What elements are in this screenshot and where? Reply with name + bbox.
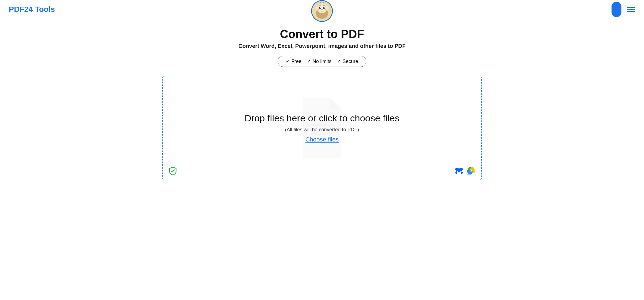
svg-point-8	[320, 7, 321, 8]
svg-point-11	[321, 9, 323, 10]
dropzone-main-text: Drop files here or click to choose files	[244, 113, 399, 124]
user-avatar[interactable]	[612, 2, 621, 17]
svg-point-13	[325, 6, 329, 10]
security-badge	[168, 167, 177, 175]
shield-icon	[168, 167, 177, 175]
page-title: Convert to PDF	[280, 28, 364, 41]
header-right	[612, 2, 635, 17]
dropzone-bottom-bar	[168, 167, 476, 175]
site-logo[interactable]: PDF24 Tools	[9, 5, 55, 14]
choose-files-button[interactable]: Choose files	[305, 136, 339, 143]
dropzone-sub-text: (All files will be converted to PDF)	[285, 127, 359, 133]
svg-point-12	[315, 6, 319, 10]
hamburger-menu-button[interactable]	[627, 7, 635, 12]
cloud-service-icons	[455, 167, 476, 175]
header: PDF24 Tools	[0, 0, 644, 19]
svg-marker-20	[455, 171, 457, 174]
features-badge: ✓ Free ✓ No limits ✓ Secure	[278, 56, 366, 67]
feature-secure: ✓ Secure	[337, 58, 358, 64]
feature-no-limits: ✓ No limits	[307, 58, 331, 64]
svg-marker-33	[467, 167, 471, 171]
file-dropzone[interactable]: Drop files here or click to choose files…	[162, 76, 482, 180]
dropbox-icon	[455, 167, 463, 175]
main-content: Convert to PDF Convert Word, Excel, Powe…	[157, 19, 487, 191]
page-subtitle: Convert Word, Excel, Powerpoint, images …	[238, 43, 406, 49]
svg-point-9	[324, 7, 325, 8]
feature-free: ✓ Free	[286, 58, 301, 64]
svg-marker-21	[461, 171, 463, 174]
google-drive-icon	[467, 167, 476, 175]
dropzone-content: Drop files here or click to choose files…	[244, 113, 399, 143]
mascot-icon	[310, 0, 334, 22]
